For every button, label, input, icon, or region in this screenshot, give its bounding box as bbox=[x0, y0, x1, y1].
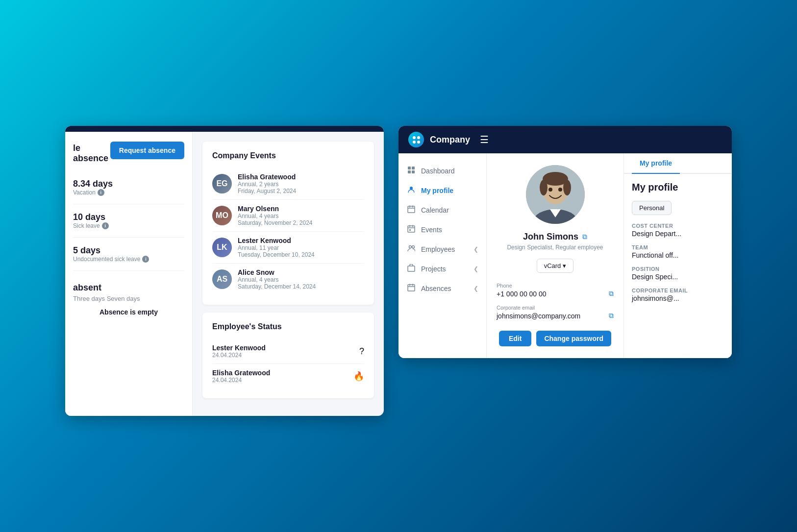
sidebar-label-dashboard: Dashboard bbox=[421, 167, 455, 175]
leave-type-vacation: Vacation i bbox=[73, 189, 184, 196]
event-detail2-0: Friday, August 2, 2024 bbox=[238, 188, 364, 194]
sidebar-item-projects[interactable]: Projects ❮ bbox=[398, 259, 486, 279]
team-value: Functional off... bbox=[632, 251, 724, 259]
sidebar-item-events[interactable]: Events bbox=[398, 220, 486, 240]
profile-name-row: John Simons ⧉ bbox=[523, 232, 587, 242]
left-window: le absence Request absence 8.34 days Vac… bbox=[65, 126, 384, 416]
hamburger-icon[interactable]: ☰ bbox=[480, 134, 489, 145]
svg-rect-5 bbox=[408, 206, 415, 213]
avatar-lester: LK bbox=[212, 238, 232, 257]
avatar-elisha: EG bbox=[212, 174, 232, 193]
info-icon-vacation: i bbox=[98, 189, 104, 196]
copy-email-icon[interactable]: ⧉ bbox=[609, 312, 614, 320]
personal-tab-button[interactable]: Personal bbox=[632, 201, 672, 215]
event-detail2-3: Saturday, December 14, 2024 bbox=[238, 283, 364, 290]
event-name-1: Mary Olsenn bbox=[238, 205, 364, 213]
event-name-3: Alice Snow bbox=[238, 268, 364, 276]
email-value: johnsimons@company.com bbox=[497, 312, 580, 320]
vcard-dropdown-icon: ▾ bbox=[563, 262, 566, 269]
leave-item-vacation: 8.34 days Vacation i bbox=[73, 179, 184, 204]
event-info-1: Mary Olsenn Annual, 4 years Saturday, No… bbox=[238, 205, 364, 226]
status-item-1: Elisha Gratewood 24.04.2024 🔥 bbox=[212, 364, 364, 388]
status-icon-1: 🔥 bbox=[353, 371, 364, 382]
svg-point-8 bbox=[409, 246, 412, 248]
dashboard-icon bbox=[406, 166, 416, 176]
detail-tab-content: My profile Personal Cost Center Design D… bbox=[624, 174, 732, 317]
sidebar-item-absences[interactable]: Absences ❮ bbox=[398, 279, 486, 298]
leave-type-undoc: Undocumented sick leave i bbox=[73, 256, 184, 263]
event-detail1-2: Annual, 11 year bbox=[238, 244, 364, 251]
logo-dot-1 bbox=[413, 136, 416, 139]
copy-name-icon[interactable]: ⧉ bbox=[582, 233, 587, 241]
svg-point-18 bbox=[558, 188, 562, 192]
status-name-1: Elisha Gratewood bbox=[212, 369, 270, 377]
absent-title: absent bbox=[73, 283, 184, 293]
app-logo-dots bbox=[413, 136, 420, 144]
sidebar-label-absences: Absences bbox=[421, 285, 451, 292]
event-detail1-1: Annual, 4 years bbox=[238, 213, 364, 219]
svg-point-9 bbox=[412, 246, 415, 248]
svg-point-16 bbox=[563, 180, 571, 195]
position-label: Position bbox=[632, 266, 724, 272]
status-date-1: 24.04.2024 bbox=[212, 377, 270, 384]
team-label: Team bbox=[632, 244, 724, 250]
sidebar-item-employees[interactable]: Employees ❮ bbox=[398, 240, 486, 259]
copy-phone-icon[interactable]: ⧉ bbox=[609, 290, 614, 298]
company-events-card: Company Events EG Elisha Gratewood Annua… bbox=[202, 142, 374, 305]
svg-point-17 bbox=[548, 188, 552, 192]
sidebar-label-events: Events bbox=[421, 226, 442, 234]
right-panel-left: Company Events EG Elisha Gratewood Annua… bbox=[193, 132, 384, 416]
app-logo bbox=[408, 132, 424, 147]
sidebar-label-calendar: Calendar bbox=[421, 206, 449, 214]
event-info-0: Elisha Gratewood Annual, 2 years Friday,… bbox=[238, 173, 364, 194]
vcard-button[interactable]: vCard ▾ bbox=[537, 259, 574, 273]
profile-card: John Simons ⧉ Design Specialist, Regular… bbox=[487, 153, 624, 358]
detail-field-position: Position Design Speci... bbox=[632, 266, 724, 281]
profile-name: John Simons bbox=[523, 232, 578, 242]
status-date-0: 24.04.2024 bbox=[212, 352, 266, 359]
status-icon-0: ? bbox=[359, 346, 364, 357]
event-info-2: Lester Kenwood Annual, 11 year Tuesday, … bbox=[238, 237, 364, 258]
info-icon-sick: i bbox=[102, 222, 109, 229]
projects-chevron-icon: ❮ bbox=[473, 266, 478, 272]
left-window-header bbox=[65, 126, 384, 132]
info-icon-undoc: i bbox=[142, 256, 149, 263]
change-password-button[interactable]: Change password bbox=[536, 331, 611, 346]
logo-dot-2 bbox=[417, 136, 420, 139]
detail-tabs: My profile bbox=[624, 153, 732, 174]
sidebar-item-myprofile[interactable]: My profile bbox=[398, 181, 486, 200]
logo-dot-4 bbox=[417, 141, 420, 144]
left-window-body: le absence Request absence 8.34 days Vac… bbox=[65, 132, 384, 416]
left-panel: le absence Request absence 8.34 days Vac… bbox=[65, 132, 193, 416]
sidebar: Dashboard My profile bbox=[398, 153, 487, 358]
screens-container: le absence Request absence 8.34 days Vac… bbox=[65, 126, 732, 416]
event-item-3: AS Alice Snow Annual, 4 years Saturday, … bbox=[212, 264, 364, 295]
absences-chevron-icon: ❮ bbox=[473, 285, 478, 292]
leave-days-sick: 10 days bbox=[73, 212, 184, 222]
status-name-0: Lester Kenwood bbox=[212, 344, 266, 352]
sidebar-item-dashboard[interactable]: Dashboard bbox=[398, 161, 486, 181]
sidebar-item-calendar[interactable]: Calendar bbox=[398, 200, 486, 220]
tab-myprofile[interactable]: My profile bbox=[632, 153, 680, 174]
svg-rect-6 bbox=[408, 226, 415, 232]
svg-point-4 bbox=[410, 187, 413, 190]
contact-section: Phone +1 000 00 00 00 ⧉ Corporate email … bbox=[497, 283, 614, 327]
leave-days-undoc: 5 days bbox=[73, 245, 184, 256]
event-name-0: Elisha Gratewood bbox=[238, 173, 364, 181]
event-detail2-2: Tuesday, December 10, 2024 bbox=[238, 251, 364, 258]
employees-chevron-icon: ❮ bbox=[473, 246, 478, 253]
leave-days-vacation: 8.34 days bbox=[73, 179, 184, 189]
absent-empty: Absence is empty bbox=[73, 308, 184, 316]
detail-field-cost-center: Cost Center Design Depart... bbox=[632, 223, 724, 238]
cost-center-label: Cost Center bbox=[632, 223, 724, 229]
detail-section-title: My profile bbox=[632, 182, 724, 193]
leave-type-sick: Sick leave i bbox=[73, 222, 184, 229]
absent-section: absent Three days Seven days Absence is … bbox=[73, 283, 184, 316]
calendar-icon bbox=[406, 205, 416, 215]
corp-email-value: johnsimons@... bbox=[632, 294, 724, 302]
event-detail1-3: Annual, 4 years bbox=[238, 276, 364, 283]
svg-rect-2 bbox=[408, 170, 411, 173]
svg-point-15 bbox=[540, 180, 548, 195]
edit-button[interactable]: Edit bbox=[499, 331, 531, 346]
request-absence-button[interactable]: Request absence bbox=[110, 142, 184, 159]
